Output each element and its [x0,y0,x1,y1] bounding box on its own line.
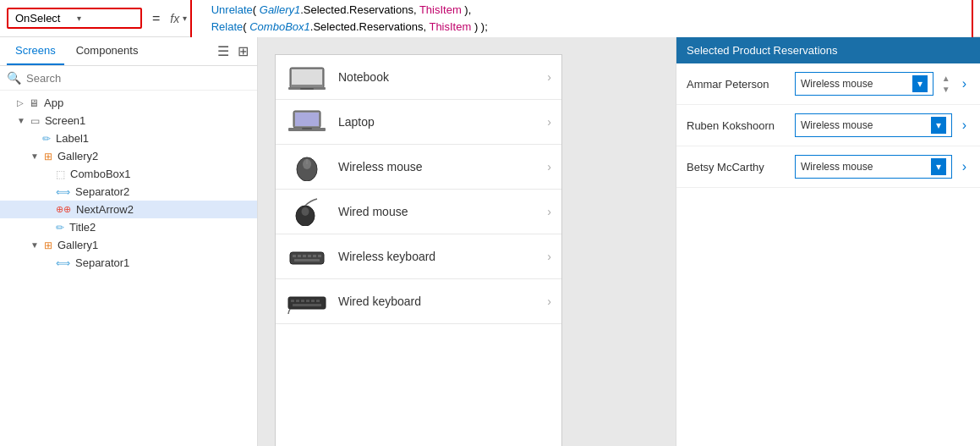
left-panel: Screens Components ☰ ⊞ 🔍 ▷ 🖥 App ▼ ▭ Scr… [0,37,258,446]
combo-btn-betsy[interactable]: ▾ [931,158,946,175]
screen-icon: ▭ [30,115,40,127]
tree-item-separator1[interactable]: ▷ ⟺ Separator1 [0,254,257,272]
wireless-mouse-icon [286,151,328,182]
tree-item-combobox1[interactable]: ▷ ⬚ ComboBox1 [0,165,257,183]
reservation-name-ammar: Ammar Peterson [687,78,788,91]
tree-item-label1[interactable]: ▷ ✏ Label1 [0,129,257,147]
tree-label-label1: Label1 [56,132,89,145]
list-item[interactable]: Notebook › [276,55,561,100]
nav-arrow-ruben[interactable]: › [959,118,970,133]
product-list: Notebook › Laptop › [276,55,561,446]
arrow-down-ammar[interactable]: ▼ [942,85,950,94]
reservation-item: Ruben Kokshoorn Wireless mouse ▾ › [676,105,980,146]
nav-arrow-betsy[interactable]: › [959,159,970,174]
expand-icon-screen1: ▼ [17,116,25,125]
tree-item-nextarrow2[interactable]: ▷ ⊕⊕ NextArrow2 [0,201,257,218]
nav-arrow-ammar[interactable]: › [959,76,970,91]
list-item[interactable]: Laptop › [276,100,561,145]
tree-label-app: App [44,96,63,109]
combo-btn-ruben[interactable]: ▾ [931,117,946,134]
right-panel: Selected Product Reservations Ammar Pete… [676,37,980,446]
tree-label-gallery1: Gallery1 [57,239,98,251]
wired-mouse-arrow[interactable]: › [547,205,551,218]
grid-icon[interactable]: ⊞ [236,41,250,61]
tree-label-screen1: Screen1 [45,114,85,127]
svg-rect-5 [295,113,319,126]
combobox-icon: ⬚ [56,168,65,180]
separator1-icon: ⟺ [56,257,70,269]
list-icon[interactable]: ☰ [216,41,231,61]
tree-item-app[interactable]: ▷ 🖥 App [0,94,257,112]
svg-rect-22 [291,300,294,302]
laptop-arrow[interactable]: › [547,115,551,129]
panel-tabs: Screens Components ☰ ⊞ [0,37,257,66]
panel-tab-icons: ☰ ⊞ [216,41,250,61]
notebook-icon [286,62,328,92]
expand-icon-gallery2: ▼ [30,151,39,161]
tab-screens[interactable]: Screens [7,37,64,65]
product-name-wired-mouse: Wired mouse [338,205,537,218]
reservation-name-betsy: Betsy McCarthy [687,161,788,173]
reservation-item: Ammar Peterson Wireless mouse ▾ ▲ ▼ › [676,63,980,105]
arrow-up-ammar[interactable]: ▲ [942,74,950,83]
list-item[interactable]: Wireless mouse › [276,145,561,190]
product-name-notebook: Notebook [338,70,537,84]
tree-item-screen1[interactable]: ▼ ▭ Screen1 [0,112,257,129]
wired-mouse-icon [286,196,328,227]
tree-item-gallery2[interactable]: ▼ ⊞ Gallery2 [0,147,257,165]
main-layout: Screens Components ☰ ⊞ 🔍 ▷ 🖥 App ▼ ▭ Scr… [0,37,980,446]
tab-components[interactable]: Components [68,37,147,65]
wireless-keyboard-arrow[interactable]: › [547,250,551,263]
svg-rect-24 [301,300,304,302]
label-icon: ✏ [42,133,51,145]
svg-rect-7 [302,128,312,129]
reservation-name-ruben: Ruben Kokshoorn [687,119,788,132]
expand-icon-app: ▷ [17,98,24,107]
reservation-combo-betsy[interactable]: Wireless mouse ▾ [795,155,952,179]
selector-label: OnSelect [15,12,72,25]
wired-keyboard-arrow[interactable]: › [547,295,551,308]
product-name-wired-keyboard: Wired keyboard [338,295,537,308]
selector-chevron[interactable]: ▾ [77,14,134,23]
fx-label: fx [170,12,179,25]
svg-rect-28 [293,304,321,306]
notebook-arrow[interactable]: › [547,70,551,84]
svg-rect-17 [308,255,311,257]
svg-rect-3 [300,88,314,90]
list-item[interactable]: Wireless keyboard › [276,234,561,279]
product-name-wireless-mouse: Wireless mouse [338,160,537,173]
tree-item-title2[interactable]: ▷ ✏ Title2 [0,218,257,236]
tree-item-separator2[interactable]: ▷ ⟺ Separator2 [0,183,257,201]
title2-icon: ✏ [56,222,64,234]
wireless-keyboard-icon [286,241,328,272]
nextarrow2-icon: ⊕⊕ [56,204,71,215]
fx-chevron[interactable]: ▾ [183,14,187,23]
svg-rect-15 [298,255,301,257]
combo-value-ruben: Wireless mouse [801,119,873,131]
list-item[interactable]: Wired keyboard › [276,279,561,324]
top-bar: OnSelect ▾ = fx ▾ If( IsBlank( ComboBox1… [0,0,980,37]
list-item[interactable]: Wired mouse › [276,190,561,234]
reservation-item: Betsy McCarthy Wireless mouse ▾ › [676,146,980,188]
combo-btn-ammar[interactable]: ▾ [912,75,928,92]
canvas-area: Notebook › Laptop › [258,37,676,446]
reservation-combo-ammar[interactable]: Wireless mouse ▾ [795,72,933,96]
tree-label-combobox1: ComboBox1 [70,168,131,180]
product-name-wireless-keyboard: Wireless keyboard [338,250,537,263]
search-box: 🔍 [0,66,257,91]
expand-icon-gallery1: ▼ [30,240,39,250]
svg-rect-19 [318,255,321,257]
svg-rect-25 [306,300,309,302]
svg-rect-1 [292,69,322,85]
wireless-mouse-arrow[interactable]: › [547,160,551,173]
reservation-list: Ammar Peterson Wireless mouse ▾ ▲ ▼ › Ru… [676,63,980,446]
formula-selector[interactable]: OnSelect ▾ [7,8,142,29]
tree-label-title2: Title2 [69,221,96,234]
search-icon: 🔍 [7,71,21,85]
separator2-icon: ⟺ [56,186,70,198]
tree-item-gallery1[interactable]: ▼ ⊞ Gallery1 [0,236,257,254]
reservation-combo-ruben[interactable]: Wireless mouse ▾ [795,113,952,137]
search-input[interactable] [26,72,250,85]
tree-label-gallery2: Gallery2 [57,150,98,162]
svg-rect-23 [296,300,299,302]
